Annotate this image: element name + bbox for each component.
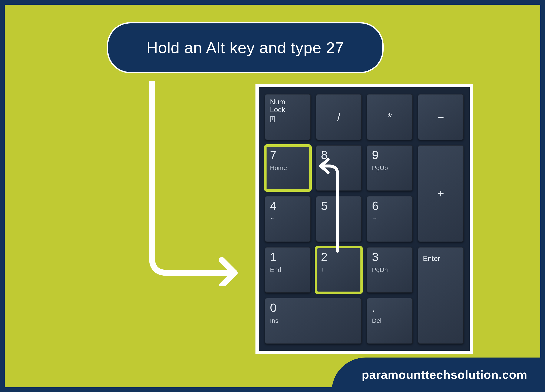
numlock-indicator-icon: 1 (270, 116, 275, 122)
key-divide[interactable]: / (316, 94, 362, 140)
key-label: 4 (270, 200, 277, 212)
key-9[interactable]: 9 PgUp (367, 145, 413, 191)
key-3[interactable]: 3 PgDn (367, 247, 413, 293)
key-sublabel: PgUp (372, 164, 388, 172)
numpad-container: Num Lock 1 / * − 7 Home 8 ↑ 9 PgUp + 4 ← (255, 84, 473, 354)
key-sublabel: Del (372, 317, 382, 324)
diagram-frame: Hold an Alt key and type 27 Num Lock 1 /… (0, 0, 545, 392)
sequence-arrow-icon (316, 158, 344, 255)
key-sublabel: Ins (270, 317, 279, 324)
key-4[interactable]: 4 ← (265, 196, 311, 242)
key-sublabel: Home (270, 164, 287, 172)
key-enter[interactable]: Enter (418, 247, 464, 344)
key-1[interactable]: 1 End (265, 247, 311, 293)
key-sublabel: → (372, 215, 378, 222)
key-6[interactable]: 6 → (367, 196, 413, 242)
instruction-bubble: Hold an Alt key and type 27 (107, 22, 384, 73)
footer-url: paramounttechsolution.com (362, 368, 527, 382)
key-label: − (437, 111, 444, 123)
key-label: . (372, 302, 375, 314)
key-minus[interactable]: − (418, 94, 464, 140)
key-plus[interactable]: + (418, 145, 464, 242)
key-numlock[interactable]: Num Lock 1 (265, 94, 311, 140)
key-label: 1 (270, 251, 277, 263)
connector-arrow-main (145, 81, 252, 286)
key-label: 9 (372, 149, 378, 161)
key-multiply[interactable]: * (367, 94, 413, 140)
key-label: / (337, 111, 341, 123)
key-sublabel: PgDn (372, 266, 388, 274)
key-label: Num Lock (270, 98, 285, 114)
footer-tab: paramounttechsolution.com (332, 357, 545, 392)
key-sublabel: ← (270, 215, 275, 222)
key-label: 3 (372, 251, 378, 263)
key-dot[interactable]: . Del (367, 298, 413, 344)
instruction-text: Hold an Alt key and type 27 (147, 39, 344, 57)
key-7[interactable]: 7 Home (265, 145, 311, 191)
key-label: * (387, 111, 392, 123)
key-label: 6 (372, 200, 378, 212)
key-sublabel: End (270, 266, 281, 274)
key-sublabel: ↓ (321, 266, 324, 273)
numpad: Num Lock 1 / * − 7 Home 8 ↑ 9 PgUp + 4 ← (259, 87, 470, 351)
key-label: 0 (270, 302, 277, 314)
key-0[interactable]: 0 Ins (265, 298, 362, 344)
key-label: Enter (423, 255, 440, 262)
key-label: + (437, 188, 444, 199)
key-label: 7 (270, 149, 277, 161)
